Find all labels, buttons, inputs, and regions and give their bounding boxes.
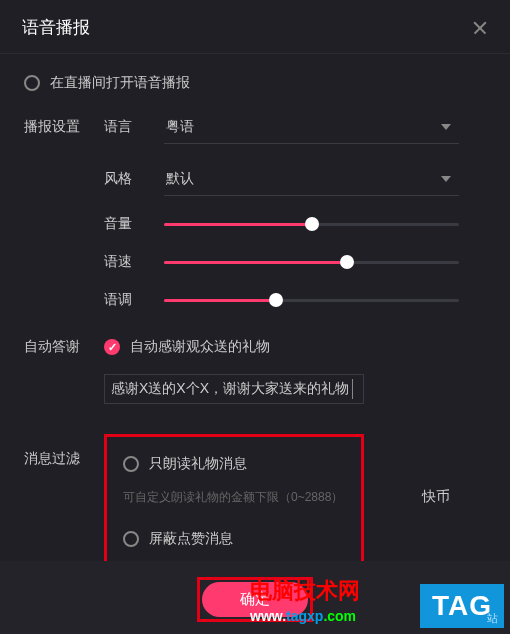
volume-label: 音量 [104,215,164,233]
radio-icon [123,531,139,547]
volume-slider[interactable] [164,214,459,234]
radio-icon [123,456,139,472]
slider-thumb-icon [269,293,283,307]
auto-reply-row: 自动答谢 自动感谢观众送的礼物 [24,338,486,356]
voice-broadcast-dialog: 语音播报 在直播间打开语音播报 播报设置 语言 粤语 风格 默认 音量 [0,0,510,589]
only-gifts-label: 只朗读礼物消息 [149,455,247,473]
pitch-label: 语调 [104,291,164,309]
template-input[interactable] [223,379,353,399]
speed-label: 语速 [104,253,164,271]
checkmark-icon[interactable] [104,339,120,355]
enable-label: 在直播间打开语音播报 [50,74,190,92]
filter-highlight-box: 只朗读礼物消息 可自定义朗读礼物的金额下限（0~2888） 屏蔽点赞消息 [104,434,364,569]
style-value: 默认 [166,170,194,188]
confirm-button[interactable]: 确定 [202,582,308,617]
style-select[interactable]: 默认 [164,162,459,196]
language-value: 粤语 [166,118,194,136]
radio-icon [24,75,40,91]
thank-gifts-label: 自动感谢观众送的礼物 [130,338,270,356]
amount-hint: 可自定义朗读礼物的金额下限（0~2888） [123,489,345,506]
slider-thumb-icon [340,255,354,269]
filter-section-label: 消息过滤 [24,432,104,468]
block-likes-label: 屏蔽点赞消息 [149,530,233,548]
language-row: 播报设置 语言 粤语 [24,110,486,144]
auto-reply-section-label: 自动答谢 [24,338,104,356]
dialog-content: 在直播间打开语音播报 播报设置 语言 粤语 风格 默认 音量 [0,54,510,589]
settings-section-label: 播报设置 [24,118,104,136]
speed-slider[interactable] [164,252,459,272]
enable-row[interactable]: 在直播间打开语音播报 [24,74,486,92]
style-label: 风格 [104,170,164,188]
confirm-highlight-box: 确定 [197,577,313,622]
thank-template-row: 感谢X送的X个X， [104,374,364,404]
volume-row: 音量 [24,214,486,234]
style-row: 风格 默认 [24,162,486,196]
dialog-header: 语音播报 [0,0,510,54]
dialog-title: 语音播报 [22,16,90,39]
pitch-row: 语调 [24,290,486,310]
close-icon[interactable] [472,20,488,36]
language-select[interactable]: 粤语 [164,110,459,144]
speed-row: 语速 [24,252,486,272]
template-prefix: 感谢X送的X个X， [111,380,223,398]
tag-station: 站 [487,611,498,626]
chevron-down-icon [441,124,451,130]
chevron-down-icon [441,176,451,182]
language-label: 语言 [104,118,164,136]
slider-thumb-icon [305,217,319,231]
block-likes-row[interactable]: 屏蔽点赞消息 [123,530,345,548]
currency-unit: 快币 [422,488,450,506]
only-gifts-row[interactable]: 只朗读礼物消息 [123,455,345,473]
pitch-slider[interactable] [164,290,459,310]
